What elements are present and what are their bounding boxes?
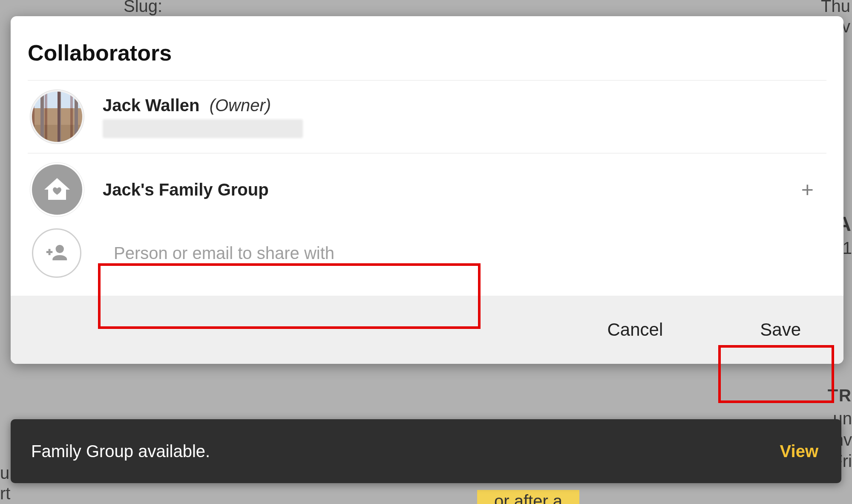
bg-text: or after a [477,490,579,504]
svg-point-0 [56,245,64,253]
toast-message: Family Group available. [31,442,780,461]
collaborators-dialog: Collaborators Jack Wallen (Owner) [11,16,843,364]
family-group-row: Jack's Family Group + [11,153,843,226]
family-group-avatar [32,164,82,215]
svg-rect-2 [49,249,51,255]
add-person-avatar[interactable] [32,228,81,278]
bg-text: TR [828,386,852,405]
plus-icon: + [801,178,814,202]
house-heart-icon [42,174,72,205]
owner-name: Jack Wallen [103,96,200,115]
toast-view-button[interactable]: View [780,442,818,461]
dialog-title: Collaborators [11,16,843,80]
owner-avatar [32,92,82,142]
bg-text: rt [0,484,10,503]
owner-name-line: Jack Wallen (Owner) [103,96,303,115]
owner-row: Jack Wallen (Owner) [11,81,843,153]
dialog-footer: Cancel Save [11,296,843,364]
bg-text: Slug: [124,0,162,16]
person-add-icon [44,241,69,265]
share-with-input[interactable] [102,233,477,273]
bg-text: Thu [821,0,850,16]
toast: Family Group available. View [11,419,841,483]
bg-text: u [0,464,9,483]
cancel-button[interactable]: Cancel [597,314,674,345]
save-button[interactable]: Save [750,314,811,345]
family-group-name: Jack's Family Group [103,180,269,199]
add-group-member-button[interactable]: + [789,175,826,204]
owner-email-redacted [103,119,303,138]
add-person-row [11,226,843,291]
owner-role: (Owner) [210,96,271,115]
